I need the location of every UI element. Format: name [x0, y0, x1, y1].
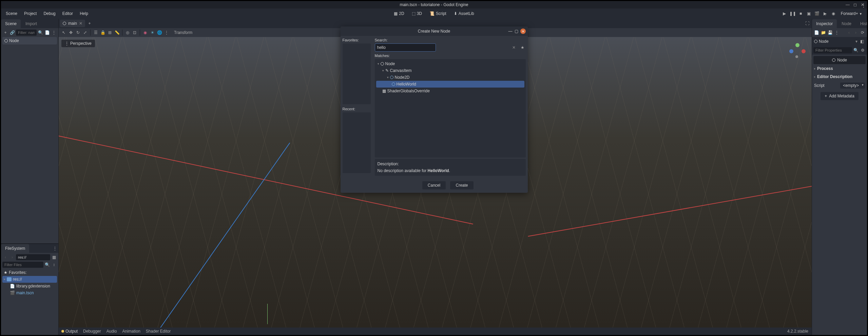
- insp-fwd-button[interactable]: ›: [853, 30, 859, 36]
- section-process[interactable]: ▸Process: [813, 65, 866, 72]
- dialog-titlebar[interactable]: Create New Node — ▢ ✕: [341, 26, 528, 36]
- search-icon[interactable]: 🔍: [37, 30, 43, 36]
- transform-menu[interactable]: Transform: [171, 30, 196, 35]
- renderer-select[interactable]: Forward+ ▼: [838, 11, 865, 16]
- scene-root-node[interactable]: Node: [2, 37, 57, 44]
- scene-filter-input[interactable]: [16, 30, 37, 36]
- gizmo-z[interactable]: [789, 49, 793, 53]
- stop-button[interactable]: ■: [797, 10, 804, 17]
- tab-close-icon[interactable]: ✕: [79, 21, 82, 26]
- instance-button[interactable]: 🔗: [9, 30, 15, 36]
- prop-settings-icon[interactable]: ⚙: [860, 47, 866, 53]
- distraction-free-icon[interactable]: ⛶: [804, 20, 810, 26]
- tab-history[interactable]: History: [856, 19, 867, 28]
- file-filter-input[interactable]: [2, 262, 43, 268]
- insp-new-button[interactable]: 📄: [813, 30, 819, 36]
- tab-filesystem[interactable]: FileSystem: [1, 244, 29, 253]
- path-input[interactable]: [16, 254, 50, 260]
- lock-tool[interactable]: 🔒: [100, 30, 106, 36]
- output-panel-button[interactable]: Output: [61, 329, 78, 334]
- insp-load-button[interactable]: 📁: [820, 30, 826, 36]
- rotate-tool[interactable]: ↻: [75, 30, 81, 36]
- orientation-gizmo[interactable]: [789, 43, 806, 59]
- insp-refresh-button[interactable]: ⟳: [860, 30, 866, 36]
- favorite-toggle-icon[interactable]: ★: [520, 44, 526, 51]
- insp-save-button[interactable]: 💾: [827, 30, 833, 36]
- toolbar-menu-icon[interactable]: ⋮: [163, 30, 170, 36]
- select-tool[interactable]: ↖: [61, 30, 67, 36]
- menu-scene[interactable]: Scene: [3, 10, 20, 17]
- menu-editor[interactable]: Editor: [60, 10, 76, 17]
- local-tool[interactable]: ◎: [124, 30, 131, 36]
- movie-button[interactable]: ◉: [830, 10, 837, 17]
- shader-panel-button[interactable]: Shader Editor: [146, 329, 171, 334]
- dialog-close-icon[interactable]: ✕: [520, 29, 526, 34]
- favorites-header[interactable]: ★Favorites:: [2, 269, 57, 276]
- property-filter-input[interactable]: [813, 47, 852, 53]
- scene-tab[interactable]: main ✕: [60, 20, 85, 27]
- fs-dock-menu-icon[interactable]: ⋮: [53, 246, 57, 251]
- audio-panel-button[interactable]: Audio: [107, 329, 117, 334]
- tab-node[interactable]: Node: [837, 19, 855, 28]
- debugger-panel-button[interactable]: Debugger: [83, 329, 101, 334]
- play-scene-button[interactable]: 🎬: [814, 10, 821, 17]
- move-tool[interactable]: ✥: [68, 30, 74, 36]
- file-item[interactable]: 📄library.gdextension: [2, 283, 57, 290]
- tree-helloworld[interactable]: HelloWorld: [376, 81, 524, 88]
- scene-menu-icon[interactable]: ⋮: [51, 30, 57, 36]
- gizmo-x[interactable]: [802, 49, 806, 53]
- script-value[interactable]: <empty>▾: [840, 82, 865, 89]
- mode-3d[interactable]: ⬚3D: [408, 10, 425, 17]
- script-attach-button[interactable]: 📄: [44, 30, 50, 36]
- env-tool[interactable]: 🌐: [156, 30, 162, 36]
- play-custom-button[interactable]: ▶̣: [822, 10, 829, 17]
- menu-project[interactable]: Project: [21, 10, 39, 17]
- nav-back-button[interactable]: ‹: [2, 254, 8, 260]
- ruler-tool[interactable]: 📏: [114, 30, 120, 36]
- tree-canvasitem[interactable]: ▾✎CanvasItem: [376, 67, 524, 74]
- file-item[interactable]: 🎬main.tscn: [2, 290, 57, 296]
- add-metadata-button[interactable]: +Add Metadata: [821, 92, 859, 100]
- dialog-minimize-icon[interactable]: —: [508, 29, 513, 34]
- prop-search-icon[interactable]: 🔍: [853, 47, 859, 53]
- file-search-icon[interactable]: 🔍: [44, 262, 50, 268]
- minimize-icon[interactable]: —: [845, 2, 850, 7]
- mode-script[interactable]: 📜Script: [426, 10, 450, 17]
- scale-tool[interactable]: ⤢: [82, 30, 88, 36]
- tree-shaderglobals[interactable]: ▦ShaderGlobalsOverride: [376, 88, 524, 94]
- mode-assetlib[interactable]: ⬇AssetLib: [450, 10, 478, 17]
- sun-tool[interactable]: ☀: [149, 30, 155, 36]
- search-input[interactable]: [375, 43, 436, 52]
- fs-root-folder[interactable]: ▾res://: [2, 276, 57, 283]
- section-editor-desc[interactable]: ▸Editor Description: [813, 73, 866, 80]
- script-property[interactable]: Script<empty>▾: [813, 81, 866, 90]
- add-tab-button[interactable]: +: [86, 20, 93, 26]
- tab-scene[interactable]: Scene: [1, 19, 21, 28]
- menu-debug[interactable]: Debug: [41, 10, 58, 17]
- tree-node[interactable]: ▾Node: [376, 60, 524, 67]
- insp-back-button[interactable]: ‹: [846, 30, 852, 36]
- create-button[interactable]: Create: [450, 181, 473, 189]
- menu-help[interactable]: Help: [77, 10, 91, 17]
- list-tool[interactable]: ☰: [93, 30, 99, 36]
- remote-button[interactable]: ▣: [806, 10, 812, 17]
- gizmo-y[interactable]: [795, 43, 799, 47]
- maximize-icon[interactable]: ◻: [853, 2, 857, 7]
- mode-2d[interactable]: ▦2D: [390, 10, 407, 17]
- snap-tool[interactable]: ⊡: [132, 30, 138, 36]
- favorites-list[interactable]: [343, 43, 371, 104]
- dialog-maximize-icon[interactable]: ▢: [515, 29, 518, 34]
- sort-button[interactable]: ↕: [51, 262, 57, 268]
- tab-inspector[interactable]: Inspector: [812, 19, 837, 28]
- play-button[interactable]: ▶: [781, 10, 788, 17]
- tab-import[interactable]: Import: [21, 19, 41, 28]
- grid-view-button[interactable]: ▦: [51, 254, 57, 260]
- pause-button[interactable]: ❚❚: [789, 10, 796, 17]
- animation-panel-button[interactable]: Animation: [122, 329, 140, 334]
- camera-tool[interactable]: ◉: [142, 30, 148, 36]
- add-node-button[interactable]: +: [2, 30, 8, 36]
- perspective-menu[interactable]: ⋮Perspective: [61, 40, 95, 47]
- group-tool[interactable]: ⊞: [107, 30, 113, 36]
- insp-menu-icon[interactable]: ⋮: [834, 30, 840, 36]
- cancel-button[interactable]: Cancel: [422, 181, 446, 189]
